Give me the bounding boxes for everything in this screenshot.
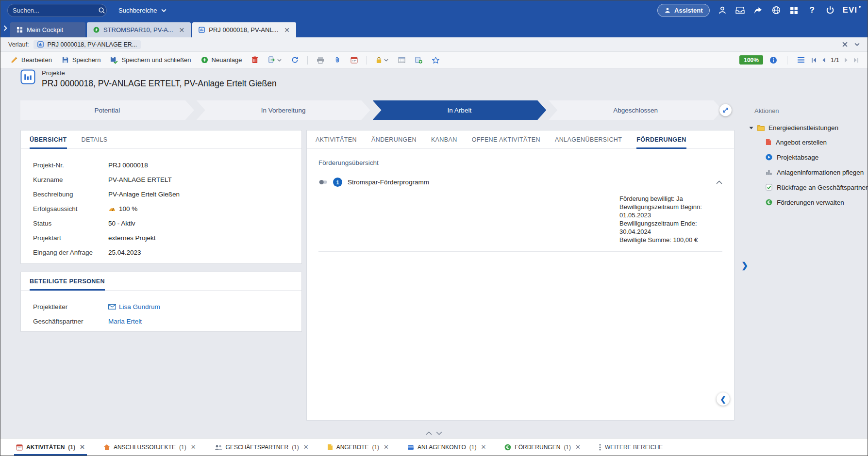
bottom-tab-anschlussobjekte[interactable]: ANSCHLUSSOBJEKTE (1) ✕ (103, 439, 196, 456)
step-potential[interactable]: Potential (20, 100, 194, 120)
window-tab-project[interactable]: PRJ 0000018, PV-ANL... ✕ (192, 22, 296, 37)
collapse-panel-icon[interactable]: ❮ (717, 392, 730, 406)
bottom-tab-foerderungen[interactable]: FÖRDERUNGEN (1) ✕ (504, 439, 581, 456)
tree-expander-icon[interactable] (749, 127, 753, 130)
save-button[interactable]: Speichern (57, 53, 105, 67)
action-foerderungen-verwalten[interactable]: Förderungen verwalten (766, 198, 868, 207)
chevron-down-icon[interactable] (436, 431, 442, 435)
tab-foerderungen[interactable]: FÖRDERUNGEN (636, 130, 686, 148)
inbox-icon[interactable] (735, 5, 746, 16)
tab-uebersicht[interactable]: ÜBERSICHT (30, 130, 67, 148)
delete-button[interactable] (247, 53, 263, 67)
calendar-button[interactable] (346, 53, 362, 67)
chevron-down-icon[interactable] (277, 59, 282, 62)
close-history-icon[interactable] (842, 42, 848, 47)
add-linked-record-button[interactable] (411, 53, 427, 67)
power-icon[interactable] (825, 5, 835, 16)
refresh-button[interactable] (287, 53, 303, 67)
attach-button[interactable] (330, 53, 345, 67)
search-input[interactable] (13, 7, 98, 14)
globe-user-icon[interactable] (771, 5, 782, 16)
export-button[interactable] (264, 53, 286, 67)
bottom-tab-count: (1) (292, 444, 299, 451)
edit-phases-icon[interactable] (719, 104, 732, 116)
close-tab-icon[interactable]: ✕ (179, 26, 185, 34)
chevron-up-icon[interactable] (716, 180, 722, 184)
bottom-tab-geschaeftspartner[interactable]: GESCHÄFTSPARTNER (1) ✕ (215, 439, 309, 456)
global-search[interactable] (7, 4, 107, 17)
action-anlageninformationen[interactable]: Anlageninformationen pflegen (766, 168, 868, 177)
close-tab-icon[interactable]: ✕ (80, 443, 85, 451)
field-label: Beschreibung (33, 191, 108, 198)
assistant-button[interactable]: Assistent (657, 4, 710, 17)
step-in-arbeit[interactable]: In Arbeit (373, 100, 547, 120)
window-tab-cockpit[interactable]: Mein Cockpit (10, 22, 85, 37)
expand-sidebar-icon[interactable]: ❯ (741, 261, 748, 271)
previous-record-icon[interactable] (821, 57, 826, 63)
new-record-button[interactable]: Neuanlage (197, 53, 247, 67)
close-tab-icon[interactable]: ✕ (481, 443, 486, 451)
action-angebot-erstellen[interactable]: Angebot erstellen (766, 138, 868, 147)
history-item[interactable]: PRJ 0000018, PV-ANLAGE ER... (33, 40, 141, 49)
refresh-icon (291, 56, 299, 64)
assistant-icon (664, 7, 671, 14)
apps-grid-icon[interactable] (789, 5, 800, 16)
tab-beteiligte-personen[interactable]: BETEILIGTE PERSONEN (30, 272, 105, 290)
project-icon (20, 69, 35, 84)
panel-splitter[interactable] (426, 431, 442, 435)
tab-details[interactable]: DETAILS (82, 130, 108, 148)
table-view-button[interactable] (394, 53, 410, 67)
tab-aktivitaeten[interactable]: AKTIVITÄTEN (316, 130, 357, 148)
close-tab-icon[interactable]: ✕ (191, 443, 196, 451)
zoom-badge[interactable]: 100% (739, 55, 763, 65)
menu-icon[interactable] (797, 57, 805, 63)
bottom-tab-aktivitaeten[interactable]: AKTIVITÄTEN (1) ✕ (16, 439, 85, 456)
edit-button[interactable]: Bearbeiten (6, 53, 56, 67)
chevron-up-icon[interactable] (426, 431, 432, 435)
topbar-actions: Assistent ? EVI (657, 4, 861, 17)
group-toggle-icon[interactable] (318, 179, 328, 185)
close-tab-icon[interactable]: ✕ (303, 443, 309, 451)
detail-card-tabs: AKTIVITÄTEN ÄNDERUNGEN KANBAN OFFENE AKT… (307, 130, 734, 149)
step-abgeschlossen[interactable]: Abgeschlossen (549, 100, 722, 120)
search-scope-button[interactable]: Suchbereiche (114, 4, 171, 17)
tab-aenderungen[interactable]: ÄNDERUNGEN (371, 130, 417, 148)
close-tab-icon[interactable]: ✕ (384, 443, 389, 451)
info-icon[interactable] (769, 56, 777, 64)
tab-offene-aktivitaeten[interactable]: OFFENE AKTIVITÄTEN (472, 130, 540, 148)
record-type-label: Projekte (42, 69, 277, 77)
last-record-icon[interactable] (853, 57, 859, 63)
actions-folder[interactable]: Energiedienstleistungen (749, 124, 868, 131)
person-link[interactable]: Lisa Gundrum (119, 303, 160, 310)
forward-arrow-icon[interactable] (753, 5, 764, 16)
action-projektabsage[interactable]: Projektabsage (766, 153, 868, 162)
bottom-tab-label: ANSCHLUSSOBJEKTE (114, 444, 176, 451)
tabs-overflow-icon[interactable] (2, 25, 10, 32)
window-tab-stromspar[interactable]: STROMSPAR10, PV-A... ✕ (87, 22, 191, 37)
save-close-button[interactable]: Speichern und schließen (106, 53, 195, 67)
permissions-button[interactable] (371, 53, 393, 67)
funding-group-row[interactable]: 1 Stromspar-Förderprogramm (307, 178, 734, 187)
print-button[interactable] (312, 53, 329, 67)
person-link[interactable]: Maria Ertelt (108, 318, 142, 325)
action-rueckfrage[interactable]: Rückfrage an Geschäftspartner (766, 183, 868, 192)
history-menu-icon[interactable] (854, 43, 860, 46)
search-icon[interactable] (98, 5, 105, 16)
bottom-tab-angebote[interactable]: ANGEBOTE (1) ✕ (327, 439, 389, 456)
help-icon[interactable]: ? (807, 5, 818, 16)
tab-anlagenuebersicht[interactable]: ANLAGENÜBERSICHT (555, 130, 622, 148)
close-tab-icon[interactable]: ✕ (575, 443, 581, 451)
favorite-button[interactable] (428, 53, 444, 67)
bottom-tab-anlagenkonto[interactable]: ANLAGENKONTO (1) ✕ (407, 439, 486, 456)
divider (318, 251, 722, 252)
chevron-down-icon[interactable] (384, 59, 388, 62)
next-record-icon[interactable] (844, 57, 849, 63)
more-areas-button[interactable]: WEITERE BEREICHE (599, 444, 663, 451)
mail-icon[interactable] (108, 304, 116, 309)
step-in-vorbereitung[interactable]: In Vorbereitung (197, 100, 370, 120)
close-tab-icon[interactable]: ✕ (284, 26, 290, 34)
contact-icon[interactable] (717, 5, 728, 16)
first-record-icon[interactable] (811, 57, 817, 63)
tab-kanban[interactable]: KANBAN (431, 130, 457, 148)
overview-fields: Projekt-Nr. PRJ 0000018 Kurzname PV-ANLA… (21, 149, 301, 260)
